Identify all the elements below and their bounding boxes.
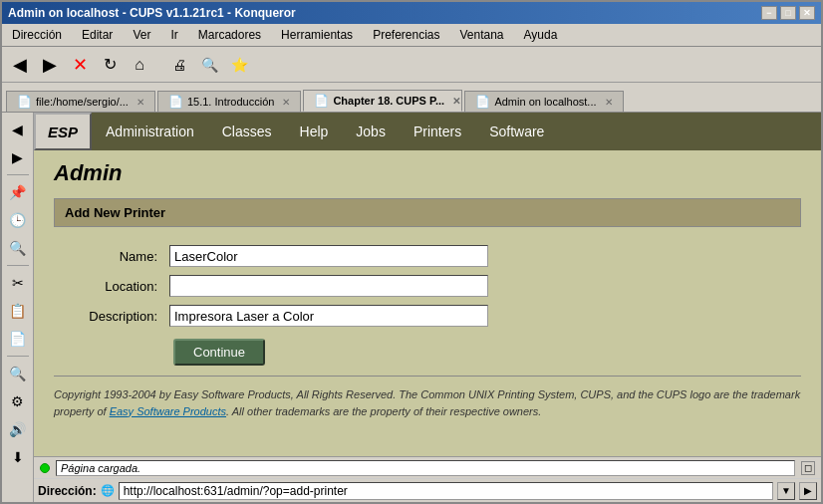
window-controls: − □ ✕ bbox=[761, 6, 815, 20]
menubar: Dirección Editar Ver Ir Marcadores Herra… bbox=[2, 24, 821, 47]
tab-close-3[interactable]: ✕ bbox=[605, 97, 613, 108]
sidebar-download-icon[interactable]: ⬇ bbox=[5, 444, 31, 470]
maximize-button[interactable]: □ bbox=[780, 6, 796, 20]
tab-close-0[interactable]: ✕ bbox=[137, 97, 144, 108]
window-title: Admin on localhost - CUPS v1.1.21rc1 - K… bbox=[8, 6, 296, 20]
sidebar-divider-3 bbox=[7, 356, 29, 357]
menu-direccion[interactable]: Dirección bbox=[6, 26, 68, 44]
tab-label-0: file:/home/sergio/... bbox=[36, 96, 129, 108]
nav-administration[interactable]: Administration bbox=[92, 113, 208, 150]
browser-window: Admin on localhost - CUPS v1.1.21rc1 - K… bbox=[0, 0, 823, 504]
sidebar-copy-icon[interactable]: 📋 bbox=[5, 298, 31, 324]
sidebar-bookmarks-icon[interactable]: 📌 bbox=[5, 179, 31, 205]
sidebar-divider-1 bbox=[7, 174, 29, 175]
page-title: Admin bbox=[54, 160, 801, 186]
copyright-text: Copyright 1993-2004 by Easy Software Pro… bbox=[54, 386, 801, 419]
copyright-after: . All other trademarks are the property … bbox=[226, 405, 541, 417]
left-sidebar: ◀ ▶ 📌 🕒 🔍 ✂ 📋 📄 🔍 ⚙ 🔊 ⬇ bbox=[2, 113, 34, 502]
copyright-link[interactable]: Easy Software Products bbox=[110, 405, 226, 417]
addressbar: Dirección: 🌐 ▼ ▶ bbox=[34, 478, 821, 502]
home-button[interactable]: ⌂ bbox=[126, 51, 153, 79]
nav-jobs[interactable]: Jobs bbox=[342, 113, 400, 150]
admin-content: Admin Add New Printer Name: Location: bbox=[34, 150, 821, 429]
address-icon: 🌐 bbox=[101, 484, 115, 497]
location-row: Location: bbox=[54, 271, 801, 301]
toolbar: ◀ ▶ ✕ ↻ ⌂ 🖨 🔍 ⭐ bbox=[2, 47, 821, 83]
back-button[interactable]: ◀ bbox=[6, 51, 34, 79]
nav-printers[interactable]: Printers bbox=[400, 113, 475, 150]
tab-1[interactable]: 📄 15.1. Introducción ✕ bbox=[157, 91, 301, 112]
sidebar-history-icon[interactable]: 🕒 bbox=[5, 207, 31, 233]
description-input[interactable] bbox=[169, 305, 488, 327]
sidebar-forward-icon[interactable]: ▶ bbox=[5, 144, 31, 170]
address-label: Dirección: bbox=[38, 484, 97, 498]
close-button[interactable]: ✕ bbox=[799, 6, 815, 20]
sidebar-search-icon[interactable]: 🔍 bbox=[5, 235, 31, 261]
menu-preferencias[interactable]: Preferencias bbox=[367, 26, 445, 44]
address-go-button[interactable]: ▶ bbox=[799, 482, 817, 500]
bookmark-button[interactable]: ⭐ bbox=[225, 51, 253, 79]
tab-close-2[interactable]: ✕ bbox=[452, 96, 460, 107]
menu-editar[interactable]: Editar bbox=[76, 26, 119, 44]
cups-logo: ESP bbox=[34, 113, 92, 150]
status-indicator bbox=[40, 463, 50, 473]
menu-herramientas[interactable]: Herramientas bbox=[275, 26, 359, 44]
nav-software[interactable]: Software bbox=[475, 113, 558, 150]
sidebar-back-icon[interactable]: ◀ bbox=[5, 117, 31, 142]
browser-content: ESP Administration Classes Help Jobs Pri… bbox=[34, 113, 821, 502]
tab-icon-3: 📄 bbox=[475, 95, 490, 109]
add-printer-section: Add New Printer bbox=[54, 198, 801, 227]
name-cell bbox=[163, 241, 801, 271]
resize-handle[interactable]: ◻ bbox=[801, 461, 815, 475]
menu-marcadores[interactable]: Marcadores bbox=[192, 26, 267, 44]
status-text: Página cargada. bbox=[61, 462, 140, 474]
tab-label-3: Admin on localhost... bbox=[494, 96, 596, 108]
tab-3[interactable]: 📄 Admin on localhost... ✕ bbox=[464, 91, 623, 112]
sidebar-paste-icon[interactable]: 📄 bbox=[5, 326, 31, 352]
cups-nav: ESP Administration Classes Help Jobs Pri… bbox=[34, 113, 821, 150]
description-label: Description: bbox=[54, 301, 163, 331]
tab-icon-2: 📄 bbox=[314, 94, 329, 108]
divider bbox=[54, 376, 801, 377]
tab-icon-0: 📄 bbox=[17, 95, 32, 109]
sidebar-settings-icon[interactable]: ⚙ bbox=[5, 388, 31, 414]
tab-2[interactable]: 📄 Chapter 18. CUPS P... ✕ bbox=[303, 90, 462, 112]
minimize-button[interactable]: − bbox=[761, 6, 777, 20]
forward-button[interactable]: ▶ bbox=[36, 51, 64, 79]
reload-button[interactable]: ↻ bbox=[96, 51, 124, 79]
status-message: Página cargada. bbox=[56, 460, 795, 476]
name-input[interactable] bbox=[169, 245, 488, 267]
search-button[interactable]: 🔍 bbox=[195, 51, 223, 79]
print-button[interactable]: 🖨 bbox=[165, 51, 193, 79]
nav-help[interactable]: Help bbox=[286, 113, 343, 150]
name-label: Name: bbox=[54, 241, 163, 271]
webpage: ESP Administration Classes Help Jobs Pri… bbox=[34, 113, 821, 456]
sidebar-cut-icon[interactable]: ✂ bbox=[5, 270, 31, 296]
tab-label-2: Chapter 18. CUPS P... bbox=[333, 95, 444, 107]
add-printer-heading: Add New Printer bbox=[65, 205, 790, 220]
nav-classes[interactable]: Classes bbox=[208, 113, 286, 150]
description-row: Description: bbox=[54, 301, 801, 331]
statusbar: Página cargada. ◻ bbox=[34, 456, 821, 478]
menu-ventana[interactable]: Ventana bbox=[454, 26, 510, 44]
sidebar-sound-icon[interactable]: 🔊 bbox=[5, 416, 31, 442]
printer-form: Name: Location: Descriptio bbox=[54, 241, 801, 331]
tab-close-1[interactable]: ✕ bbox=[282, 97, 290, 108]
sidebar-divider-2 bbox=[7, 265, 29, 266]
location-input[interactable] bbox=[169, 275, 488, 297]
address-dropdown-button[interactable]: ▼ bbox=[777, 482, 795, 500]
location-cell bbox=[163, 271, 801, 301]
menu-ir[interactable]: Ir bbox=[164, 26, 183, 44]
tab-0[interactable]: 📄 file:/home/sergio/... ✕ bbox=[6, 91, 155, 112]
stop-button[interactable]: ✕ bbox=[66, 51, 94, 79]
name-row: Name: bbox=[54, 241, 801, 271]
menu-ver[interactable]: Ver bbox=[127, 26, 156, 44]
main-area: ◀ ▶ 📌 🕒 🔍 ✂ 📋 📄 🔍 ⚙ 🔊 ⬇ ESP Administ bbox=[2, 113, 821, 502]
titlebar: Admin on localhost - CUPS v1.1.21rc1 - K… bbox=[2, 2, 821, 24]
continue-button[interactable]: Continue bbox=[173, 339, 265, 366]
tabbar: 📄 file:/home/sergio/... ✕ 📄 15.1. Introd… bbox=[2, 83, 821, 113]
sidebar-zoom-icon[interactable]: 🔍 bbox=[5, 361, 31, 386]
tab-icon-1: 📄 bbox=[168, 95, 183, 109]
address-input[interactable] bbox=[119, 482, 773, 500]
menu-ayuda[interactable]: Ayuda bbox=[518, 26, 564, 44]
